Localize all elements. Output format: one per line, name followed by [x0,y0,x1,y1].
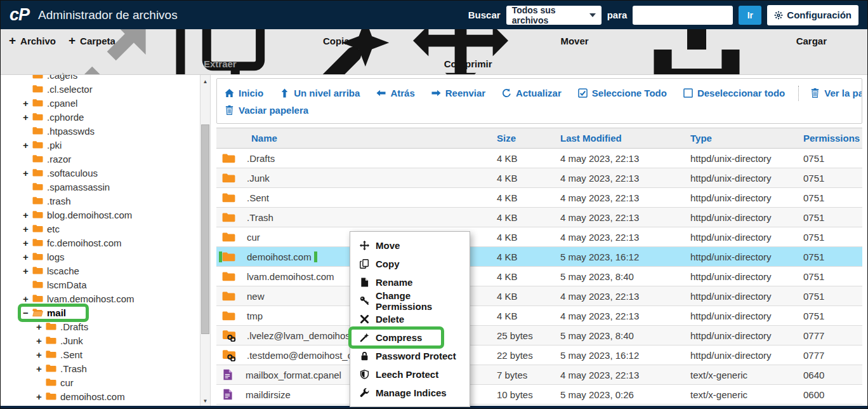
tree-item-razor[interactable]: .razor [1,152,200,166]
tree-item-htpasswds[interactable]: .htpasswds [1,124,200,138]
tree-item-label: blog.demoihost.com [47,210,132,220]
tree-item-label: lscmData [47,279,87,290]
file-row-maildirsize[interactable]: maildirsize10 bytes5 may 2023, 0:26text/… [216,385,862,405]
toolbar-cargar[interactable]: Cargar [602,29,827,75]
tree-item-softaculous[interactable]: +.softaculous [1,166,200,180]
column-header-permissions[interactable]: Permissions [795,133,862,144]
nav-deseleccionar-todo[interactable]: Deseleccionar todo [683,88,785,98]
tree-item-demoihost-com[interactable]: +demoihost.com [1,389,200,403]
toolbar-comprimir[interactable]: Comprimir [249,29,492,75]
tree-item-trash[interactable]: .trash [1,194,200,208]
folder-icon [32,238,43,247]
nav-un-nivel-arriba[interactable]: Un nivel arriba [280,88,360,98]
tree-item-cphorde[interactable]: +.cphorde [1,110,200,124]
context-menu-item-password-protect[interactable]: Password Protect [350,347,470,365]
search-go-button[interactable]: Ir [739,6,761,25]
expand-icon[interactable]: + [23,140,32,151]
file-row-junk[interactable]: .Junk4 KB4 may 2023, 22:13httpd/unix-dir… [216,168,862,188]
tree-item-cagefs[interactable]: .cagefs [1,75,200,82]
nav-seleccione-todo[interactable]: Seleccione Todo [578,88,667,98]
file-row-mailbox-format-cpanel[interactable]: mailbox_format.cpanel7 bytes4 may 2023, … [216,365,862,385]
context-menu-item-compress[interactable]: Compress [350,328,470,347]
tree-item-junk[interactable]: +.Junk [1,333,200,347]
nav-ver-la-papelera[interactable]: Ver la papelera [810,88,862,98]
tree-item-blog-demoihost-com[interactable]: +blog.demoihost.com [1,208,200,222]
tree-item-trash[interactable]: +.Trash [1,361,200,375]
file-row-tmp[interactable]: tmp4 KB4 may 2023, 22:13httpd/unix-direc… [216,306,862,326]
file-row-new[interactable]: new4 KB4 may 2023, 22:13httpd/unix-direc… [216,286,862,306]
scroll-up-button[interactable]: ▲ [201,77,210,86]
context-menu-item-delete[interactable]: Delete [350,310,470,328]
expand-icon[interactable]: + [36,335,46,346]
tree-item-inner: .trash [23,196,71,206]
tree-item-inner: +.cpanel [23,98,77,109]
tree-item-fc-demoihost-com[interactable]: +fc.demoihost.com [1,236,200,250]
tree-item-cpanel[interactable]: +.cpanel [1,96,200,110]
settings-button[interactable]: Configuración [767,5,858,25]
tree-item-lscmdata[interactable]: lscmData [1,278,200,292]
column-header-size[interactable]: Size [488,133,554,144]
file-row-drafts[interactable]: .Drafts4 KB4 may 2023, 22:13httpd/unix-d… [216,149,862,168]
scroll-down-button[interactable]: ▼ [201,396,210,405]
tree-item-drafts[interactable]: +.Drafts [1,319,200,333]
folder-icon [32,266,43,275]
expand-icon[interactable]: + [23,224,32,234]
expand-icon[interactable]: + [36,391,46,402]
context-menu-item-rename[interactable]: Rename [350,273,470,292]
file-row-demoihost-com[interactable]: demoihost.com4 KB5 may 2023, 16:12httpd/… [216,247,862,267]
name-cell: .Drafts [216,153,488,164]
tree-item-mail[interactable]: −mail [1,305,200,319]
tree-item-label: mail [47,307,66,318]
expand-icon[interactable]: + [36,349,46,360]
expand-icon[interactable]: + [23,238,32,248]
context-menu-item-move[interactable]: Move [350,236,470,255]
file-row-sent[interactable]: .Sent4 KB4 may 2023, 22:13httpd/unix-dir… [216,188,862,208]
context-menu-item-leech-protect[interactable]: Leech Protect [350,365,470,384]
nav-vaciar-papelera[interactable]: Vaciar papelera [225,105,308,116]
context-menu-item-change-permissions[interactable]: Change Permissions [350,292,470,310]
collapse-icon[interactable]: − [23,307,32,318]
expand-icon[interactable]: + [23,168,32,178]
nav-reenviar[interactable]: Reenviar [431,88,485,98]
tree-item-inner: +lvam.demoihost.com [23,293,135,304]
context-menu-item-manage-indices[interactable]: Manage Indices [350,384,470,402]
file-row-testdemo-demoihost-com[interactable]: .testdemo@demoihost_com22 bytes5 may 202… [216,345,862,365]
last-modified: 4 may 2023, 22:13 [554,173,684,184]
expand-icon[interactable]: + [23,265,32,276]
nav-atras[interactable]: Atrás [376,88,414,98]
column-header-last-modified[interactable]: Last Modified [554,133,684,144]
tree-item-logs[interactable]: +logs [1,250,200,264]
scrollbar-thumb[interactable] [201,124,209,334]
file-row-cur[interactable]: cur4 KB4 may 2023, 22:13httpd/unix-direc… [216,227,862,247]
tree-item-inner: .htpasswds [23,126,95,137]
expand-icon[interactable]: + [36,321,46,332]
tree-item-inner: +.pki [23,140,62,151]
file-row-trash[interactable]: .Trash4 KB4 may 2023, 22:13httpd/unix-di… [216,208,862,227]
nav-inicio[interactable]: Inicio [225,88,263,98]
tree-item-etc[interactable]: +etc [1,222,200,236]
expand-icon[interactable]: + [23,210,32,220]
expand-icon[interactable]: + [23,98,32,109]
column-header-name[interactable]: Name [216,133,488,144]
tree-item-cur[interactable]: cur [1,375,200,389]
expand-icon[interactable]: + [36,363,46,374]
tree-item-pki[interactable]: +.pki [1,138,200,152]
expand-icon[interactable]: + [23,112,32,123]
tree-item-lscache[interactable]: +lscache [1,264,200,278]
nav-actualizar[interactable]: Actualizar [502,88,562,98]
file-row-lvelez-lvam-demoihost-c[interactable]: .lvelez@lvam_demoihost_c25 bytes5 may 20… [216,326,862,345]
tree-item-cl-selector[interactable]: .cl.selector [1,82,200,96]
context-menu-item-copy[interactable]: Copy [350,255,470,273]
tree-item-lvam-demoihost-com[interactable]: +lvam.demoihost.com [1,292,200,305]
tree-item-inner: .razor [23,154,71,164]
expand-icon[interactable]: + [23,293,32,304]
column-header-type[interactable]: Type [684,133,795,144]
tree-item-spamassassin[interactable]: .spamassassin [1,180,200,194]
search-scope-select[interactable]: Todos sus archivos [506,6,602,25]
search-term-input[interactable] [633,6,733,25]
file-row-lvam-demoihost-com[interactable]: lvam.demoihost.com4 KB5 may 2023, 8:40ht… [216,267,862,286]
tree-item-sent[interactable]: +.Sent [1,347,200,361]
file-type: httpd/unix-directory [684,232,795,243]
expand-icon[interactable]: + [23,251,32,262]
tree-item-label: .htpasswds [47,126,95,137]
